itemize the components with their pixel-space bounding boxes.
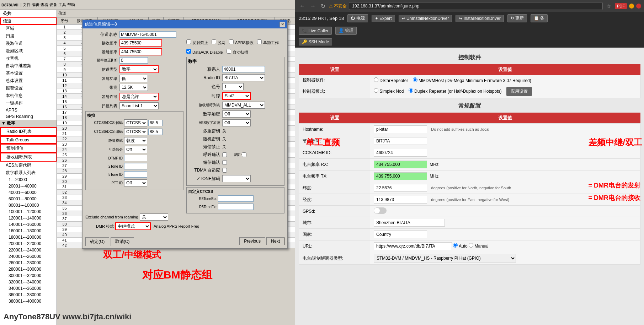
dialog-next-button[interactable]: Next [266, 237, 284, 245]
toolbar-expert-button[interactable]: ✦ Expert [372, 15, 395, 22]
sidebar-item-basic[interactable]: 基本设置 [0, 70, 57, 77]
optional-signal-select[interactable]: Off [124, 146, 147, 153]
ctcss-decode-value[interactable] [148, 120, 163, 126]
toolbar-install-button[interactable]: ↪ InstallNextionDriver [456, 15, 504, 22]
blind-checkbox[interactable] [212, 39, 216, 44]
solo-work-checkbox[interactable] [257, 39, 262, 44]
browser-star-button[interactable]: ☆ [605, 3, 613, 10]
toolbar-livecaller-button[interactable]: 📞 Live Caller [299, 27, 332, 35]
city-input[interactable] [374, 219, 445, 227]
sidebar-item-360001-380000[interactable]: 360001---380000 [0, 292, 57, 298]
sidebar-item-talkgroups[interactable]: Talk Groups [0, 136, 57, 144]
browser-forward-button[interactable]: → [309, 3, 317, 9]
auto-scan-checkbox[interactable] [227, 49, 231, 54]
url-auto-radio-label[interactable]: Auto [453, 244, 467, 249]
2tone-input[interactable] [124, 163, 147, 169]
modem-select[interactable]: STM32-DVM / MMDVM_HS - Raspberry Pi Hat … [374, 254, 516, 262]
gpsd-toggle[interactable] [374, 207, 387, 214]
rx-freq-web-input[interactable] [374, 161, 427, 168]
sidebar-item-aes[interactable]: AES加密代码 [0, 162, 57, 169]
url-manual-radio-label[interactable]: Manual [469, 244, 489, 249]
dialog-ok-button[interactable]: 确定(O) [85, 237, 109, 246]
url-input[interactable] [374, 242, 452, 250]
duplex-radio-label[interactable]: Duplex Repeater (or Half-Duplex on Hotsp… [409, 89, 502, 94]
distance-checkbox[interactable] [242, 152, 246, 157]
simplex-radio[interactable] [374, 88, 378, 93]
lon-input[interactable] [374, 196, 427, 204]
tdma-checkbox[interactable] [222, 168, 227, 173]
sidebar-item-260001-280000[interactable]: 260001---280000 [0, 260, 57, 266]
sidebar-item-140001-160000[interactable]: 140001---160000 [0, 221, 57, 228]
r5tonebot-input[interactable] [218, 195, 254, 202]
duplex-radio[interactable] [409, 88, 413, 93]
bandwidth-select[interactable]: 12.5K [119, 84, 148, 91]
mmdvm-radio-label[interactable]: MMDVMHost (DV-Mega Minimum Firmware 3.07… [413, 78, 531, 83]
sidebar-item-320001-340000[interactable]: 320001---340000 [0, 279, 57, 285]
sidebar-item-20001-40000[interactable]: 20001---40000 [0, 183, 57, 189]
channel-name-input[interactable] [119, 31, 176, 38]
scan-list-select[interactable]: Scan List 1 [119, 102, 159, 109]
blind-checkbox-label[interactable]: 脱网 [212, 39, 225, 45]
sidebar-item-80001-100000[interactable]: 80001---100000 [0, 202, 57, 208]
sidebar-item-300001-320000[interactable]: 300001---320000 [0, 272, 57, 279]
ctcss-encode-select[interactable]: CTCSS [124, 128, 147, 135]
radio-id-select[interactable]: BI7JTA [222, 74, 265, 81]
sidebar-item-scan[interactable]: 扫描 [0, 32, 57, 40]
exclude-roaming-select[interactable]: 关 [140, 213, 168, 221]
url-manual-radio[interactable] [469, 243, 473, 248]
sidebar-item-prereject[interactable]: 预制拒信 [0, 144, 57, 153]
dialog-previous-button[interactable]: Previous [239, 237, 265, 245]
contact-input[interactable] [222, 66, 265, 72]
rx-freq-input[interactable] [119, 39, 162, 47]
sidebar-item-device-info[interactable]: 本机信息 [0, 92, 57, 99]
timeslot-select[interactable]: Slot2 [222, 92, 251, 100]
encrypt-select[interactable]: Off [222, 110, 251, 118]
sidebar-item-digital-contacts[interactable]: 数字联系人列表 [0, 169, 57, 177]
address-bar[interactable] [349, 2, 603, 10]
toolbar-update-button[interactable]: ↻ 更新 [507, 14, 527, 22]
toolbar-manage-button[interactable]: 👤 管理 [335, 27, 357, 35]
5tone-input[interactable] [124, 171, 147, 178]
toolbar-power-button[interactable]: ⏻ 电源 [347, 14, 368, 22]
sidebar-item-340001-360000[interactable]: 340001---360000 [0, 285, 57, 292]
simplex-radio-label[interactable]: Simplex Nod [374, 89, 404, 94]
aes-encrypt-select[interactable]: Off [222, 119, 251, 126]
country-input[interactable] [374, 231, 427, 238]
tx-power-select[interactable]: 低 [119, 75, 148, 82]
sidebar-item-zone[interactable]: 区域 [0, 25, 57, 32]
apply-settings-button[interactable]: 应用设置 [506, 87, 532, 96]
aprs-rx-checkbox[interactable] [229, 39, 234, 44]
dtmf-input[interactable] [124, 155, 147, 161]
sidebar-item-alarm[interactable]: 报警设置 [0, 85, 57, 92]
dmrid-input[interactable] [374, 149, 427, 157]
dstar-radio[interactable] [374, 77, 378, 82]
browser-refresh-button[interactable]: ↻ [319, 3, 327, 10]
sidebar-item-aprs[interactable]: APRS [0, 107, 57, 113]
tx-freq-input[interactable] [119, 48, 162, 55]
dialog-cancel-button[interactable]: 取消(C) [111, 237, 134, 246]
tx-ban-checkbox[interactable] [186, 39, 191, 44]
sidebar-item-general[interactable]: 总体设置 [0, 77, 57, 85]
solo-work-checkbox-label[interactable]: 单独工作 [257, 39, 279, 45]
data-ack-checkbox-label[interactable]: DataACK Disable [186, 49, 223, 55]
callsign-input[interactable] [374, 137, 427, 145]
freq-correct-input[interactable] [119, 57, 148, 64]
sidebar-item-120001-140000[interactable]: 120001---140000 [0, 215, 57, 221]
r5toneext-input[interactable] [218, 204, 254, 210]
toolbar-ssh-button[interactable]: 🔑 SSH Mode [299, 38, 332, 45]
tx-freq-web-input[interactable] [374, 172, 427, 180]
tx-ban-checkbox-label[interactable]: 发射禁止 [186, 39, 208, 45]
ptt-select[interactable]: Off [124, 179, 147, 186]
aprs-rx-checkbox-label[interactable]: APRS接收 [229, 39, 254, 45]
sidebar-item-onekey[interactable]: 一键操作 [0, 99, 57, 107]
sms-confirm-checkbox[interactable] [222, 160, 227, 165]
sidebar-item-1-20000[interactable]: 1---20000 [0, 177, 57, 183]
sidebar-item-160001-180000[interactable]: 160001---180000 [0, 228, 57, 234]
tree-root[interactable]: 公共 [0, 10, 57, 17]
sidebar-item-240001-260000[interactable]: 240001---260000 [0, 253, 57, 260]
auto-scan-checkbox-label[interactable]: 自动扫描 [227, 49, 248, 55]
sidebar-item-60001-80000[interactable]: 60001---80000 [0, 196, 57, 202]
sidebar-item-roam-ch[interactable]: 漫游信道 [0, 40, 57, 47]
dialog-close-button[interactable]: ✕ [280, 22, 285, 27]
sidebar-item-gps-roam[interactable]: GPS Roaming [0, 113, 57, 120]
